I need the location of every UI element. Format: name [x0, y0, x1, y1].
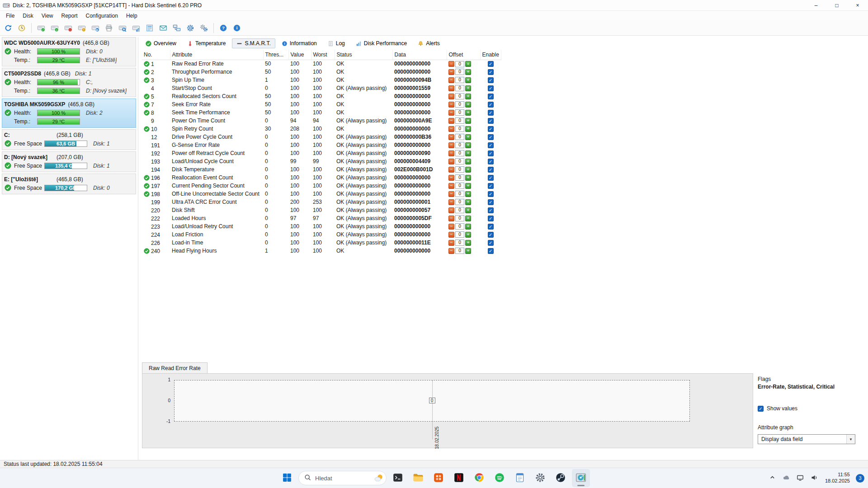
smart-row[interactable]: 192Power off Retract Cycle Count0100100O… [142, 149, 501, 157]
enable-checkbox[interactable]: ✓ [488, 134, 494, 140]
enable-checkbox[interactable]: ✓ [488, 126, 494, 132]
menu-report[interactable]: Report [57, 12, 81, 20]
partition-item[interactable]: D: [Nový svazek](207,0 GB)Free Space135,… [2, 151, 136, 172]
offset-decrease-button[interactable]: − [448, 216, 454, 221]
col-value[interactable]: Value [288, 50, 311, 60]
disk-item[interactable]: TOSHIBA MK5059GSXP(465,8 GB)Health:100 %… [2, 99, 136, 128]
maximize-button[interactable]: □ [826, 0, 847, 10]
taskbar-settings-app[interactable] [531, 469, 549, 487]
offset-increase-button[interactable]: + [465, 175, 471, 181]
enable-checkbox[interactable]: ✓ [488, 94, 494, 99]
smart-row[interactable]: 10Spin Retry Count30208100OK000000000000… [142, 125, 501, 133]
smart-row[interactable]: 197Current Pending Sector Count0100100OK… [142, 182, 501, 190]
smart-row[interactable]: 224Load Friction0100100OK (Always passin… [142, 230, 501, 239]
menu-help[interactable]: Help [122, 12, 142, 20]
tab-log[interactable]: Log [323, 38, 349, 48]
disk-remove-button[interactable]: − [62, 22, 75, 34]
clock-button[interactable] [15, 22, 28, 34]
offset-increase-button[interactable]: + [465, 150, 471, 156]
offset-decrease-button[interactable]: − [448, 142, 454, 148]
offset-decrease-button[interactable]: − [448, 110, 454, 116]
enable-checkbox[interactable]: ✓ [488, 77, 494, 83]
enable-checkbox[interactable]: ✓ [488, 232, 494, 238]
offset-increase-button[interactable]: + [465, 167, 471, 173]
menu-configuration[interactable]: Configuration [82, 12, 122, 20]
smart-row[interactable]: 9Power On Time Count09494OK (Always pass… [142, 117, 501, 125]
col-status[interactable]: Status [335, 50, 392, 60]
smart-row[interactable]: 191G-Sense Error Rate0100100OK (Always p… [142, 141, 501, 149]
offset-increase-button[interactable]: + [465, 110, 471, 116]
tray-cloud[interactable] [781, 473, 791, 484]
help-button[interactable]: ? [217, 22, 230, 34]
smart-row[interactable]: 220Disk Shift0100100OK (Always passing)0… [142, 206, 501, 214]
enable-checkbox[interactable]: ✓ [488, 167, 494, 173]
taskbar-notepad[interactable] [511, 469, 529, 487]
offset-increase-button[interactable]: + [465, 85, 471, 91]
enable-checkbox[interactable]: ✓ [488, 224, 494, 230]
disk-item[interactable]: WDC WD5000AURX-63UY4Y0(465,8 GB)Health:1… [2, 37, 136, 66]
offset-decrease-button[interactable]: − [448, 134, 454, 140]
search-box[interactable]: Hledat [298, 471, 387, 485]
taskbar-steam[interactable] [552, 469, 570, 487]
offset-decrease-button[interactable]: − [448, 118, 454, 124]
smart-row[interactable]: 198Off-Line Uncorrectable Sector Count01… [142, 190, 501, 198]
report-button[interactable] [143, 22, 156, 34]
enable-checkbox[interactable]: ✓ [488, 199, 494, 205]
show-values-checkbox[interactable]: ✓ [758, 406, 764, 412]
offset-decrease-button[interactable]: − [448, 248, 454, 254]
disk-search-button[interactable] [116, 22, 129, 34]
smart-row[interactable]: 226Load-in Time0100100OK (Always passing… [142, 239, 501, 247]
enable-checkbox[interactable]: ✓ [488, 102, 494, 108]
smart-row[interactable]: 3Spin Up Time1100100OK00000000094B−0+✓ [142, 76, 501, 84]
menu-disk[interactable]: Disk [19, 12, 37, 20]
offset-increase-button[interactable]: + [465, 248, 471, 254]
network-monitor-button[interactable] [170, 22, 183, 34]
smart-row[interactable]: 222Loaded Hours09797OK (Always passing)0… [142, 214, 501, 222]
menu-file[interactable]: File [2, 12, 19, 20]
offset-increase-button[interactable]: + [465, 240, 471, 246]
smart-row[interactable]: 223Load/Unload Retry Count0100100OK (Alw… [142, 222, 501, 230]
tray-network[interactable] [795, 473, 805, 484]
offset-increase-button[interactable]: + [465, 159, 471, 164]
taskbar-spotify[interactable] [491, 469, 509, 487]
menu-view[interactable]: View [38, 12, 57, 20]
tray-clock[interactable]: 11:5518.02.2025 [823, 471, 852, 485]
enable-checkbox[interactable]: ✓ [488, 61, 494, 67]
col-worst[interactable]: Worst [311, 50, 335, 60]
smart-row[interactable]: 7Seek Error Rate50100100OK000000000000−0… [142, 100, 501, 108]
enable-checkbox[interactable]: ✓ [488, 175, 494, 181]
enable-checkbox[interactable]: ✓ [488, 85, 494, 91]
smart-row[interactable]: 8Seek Time Performance50100100OK00000000… [142, 108, 501, 117]
smart-row[interactable]: 1Raw Read Error Rate50100100OK0000000000… [142, 60, 501, 68]
offset-decrease-button[interactable]: − [448, 69, 454, 75]
col-no[interactable]: No. [142, 50, 170, 60]
offset-decrease-button[interactable]: − [448, 102, 454, 108]
offset-increase-button[interactable]: + [465, 232, 471, 238]
tab-temperature[interactable]: Temperature [183, 38, 230, 48]
offset-increase-button[interactable]: + [465, 142, 471, 148]
about-button[interactable]: i [231, 22, 243, 34]
offset-decrease-button[interactable]: − [448, 199, 454, 205]
close-button[interactable]: × [847, 0, 868, 10]
col-data[interactable]: Data [392, 50, 447, 60]
disk-item[interactable]: CT500P2SSD8(465,8 GB)Disk: 1Health:96 %C… [2, 68, 136, 97]
offset-increase-button[interactable]: + [465, 77, 471, 83]
graph-tab[interactable]: Raw Read Error Rate [142, 362, 208, 373]
smart-row[interactable]: 194Disk Temperature0100100OK (Always pas… [142, 165, 501, 174]
tab-information[interactable]: iInformation [277, 38, 321, 48]
col-enable[interactable]: Enable [480, 50, 501, 60]
disk-test-button[interactable]: ▶ [89, 22, 102, 34]
preferences-button[interactable] [198, 22, 210, 34]
offset-increase-button[interactable]: + [465, 224, 471, 230]
tray-expand-button[interactable] [768, 473, 777, 483]
col-thres[interactable]: Thres... [263, 50, 288, 60]
offset-increase-button[interactable]: + [465, 134, 471, 140]
offset-decrease-button[interactable]: − [448, 224, 454, 230]
enable-checkbox[interactable]: ✓ [488, 216, 494, 221]
mail-button[interactable] [157, 22, 170, 34]
tab-s-m-a-r-t[interactable]: S.M.A.R.T. [232, 38, 275, 48]
partition-item[interactable]: C:(258,1 GB)Free Space63,6 GBDisk: 1 [2, 129, 136, 150]
enable-checkbox[interactable]: ✓ [488, 183, 494, 189]
offset-increase-button[interactable]: + [465, 216, 471, 221]
offset-decrease-button[interactable]: − [448, 175, 454, 181]
